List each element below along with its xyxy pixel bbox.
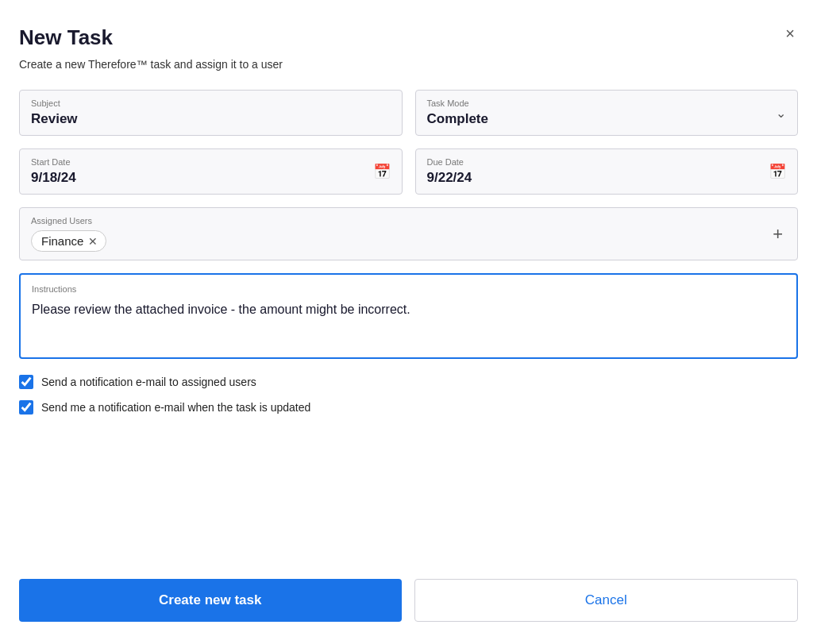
dialog-title: New Task bbox=[19, 25, 113, 50]
dialog-header: New Task × bbox=[19, 25, 798, 50]
subject-taskmode-row: Subject Review Task Mode Complete ⌄ bbox=[19, 90, 798, 136]
due-date-label: Due Date bbox=[427, 157, 472, 167]
instructions-field[interactable]: Instructions Please review the attached … bbox=[19, 273, 798, 359]
task-mode-label: Task Mode bbox=[427, 98, 488, 108]
tag-container: Finance ✕ bbox=[31, 230, 769, 252]
update-email-checkbox-row: Send me a notification e-mail when the t… bbox=[19, 400, 798, 415]
notification-email-checkbox[interactable] bbox=[19, 375, 33, 389]
finance-tag: Finance ✕ bbox=[31, 230, 106, 252]
due-date-value: 9/22/24 bbox=[427, 170, 472, 185]
due-date-field[interactable]: Due Date 9/22/24 📅 bbox=[415, 148, 799, 195]
update-email-checkbox[interactable] bbox=[19, 400, 33, 415]
action-row: Create new task Cancel bbox=[19, 571, 798, 622]
assigned-users-left: Assigned Users Finance ✕ bbox=[31, 216, 769, 252]
instructions-label: Instructions bbox=[32, 284, 785, 294]
assigned-users-label: Assigned Users bbox=[31, 216, 769, 226]
start-date-content: Start Date 9/18/24 bbox=[31, 157, 76, 186]
assigned-users-field: Assigned Users Finance ✕ + bbox=[19, 207, 798, 260]
task-mode-field[interactable]: Task Mode Complete ⌄ bbox=[415, 90, 799, 136]
remove-finance-tag-button[interactable]: ✕ bbox=[88, 236, 98, 247]
dialog-subtitle: Create a new Therefore™ task and assign … bbox=[19, 58, 798, 71]
subject-field[interactable]: Subject Review bbox=[19, 90, 403, 136]
dates-row: Start Date 9/18/24 📅 Due Date 9/22/24 📅 bbox=[19, 148, 798, 195]
cancel-button[interactable]: Cancel bbox=[414, 579, 799, 622]
start-date-label: Start Date bbox=[31, 157, 76, 167]
notification-email-label: Send a notification e-mail to assigned u… bbox=[41, 376, 256, 388]
subject-label: Subject bbox=[31, 98, 391, 108]
chevron-down-icon: ⌄ bbox=[776, 106, 786, 121]
update-email-label: Send me a notification e-mail when the t… bbox=[41, 401, 310, 414]
notification-email-checkbox-row: Send a notification e-mail to assigned u… bbox=[19, 375, 798, 389]
task-mode-value: Complete bbox=[427, 111, 488, 126]
start-date-field[interactable]: Start Date 9/18/24 📅 bbox=[19, 148, 403, 195]
due-date-content: Due Date 9/22/24 bbox=[427, 157, 472, 186]
create-new-task-button[interactable]: Create new task bbox=[19, 579, 402, 622]
due-date-calendar-icon[interactable]: 📅 bbox=[769, 163, 786, 180]
new-task-dialog: New Task × Create a new Therefore™ task … bbox=[0, 0, 817, 644]
start-date-value: 9/18/24 bbox=[31, 170, 76, 185]
close-button[interactable]: × bbox=[782, 22, 798, 44]
add-user-button[interactable]: + bbox=[769, 224, 786, 245]
finance-tag-label: Finance bbox=[41, 234, 83, 248]
task-mode-content: Task Mode Complete bbox=[427, 98, 488, 127]
instructions-text: Please review the attached invoice - the… bbox=[32, 300, 785, 348]
subject-value: Review bbox=[31, 111, 78, 126]
start-date-calendar-icon[interactable]: 📅 bbox=[373, 163, 391, 180]
